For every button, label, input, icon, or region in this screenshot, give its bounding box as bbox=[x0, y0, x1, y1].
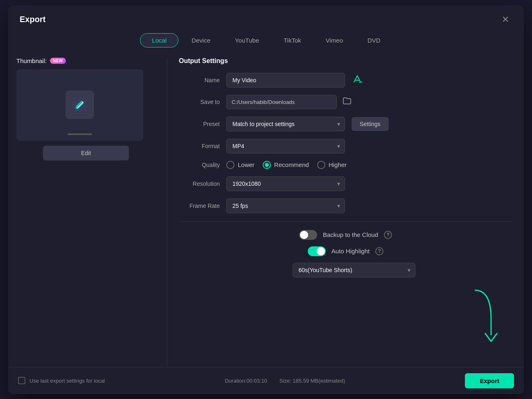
last-settings-label: Use last export settings for local bbox=[29, 378, 105, 384]
preset-label: Preset bbox=[179, 121, 220, 127]
youtube-shorts-select[interactable]: 60s(YouTube Shorts) 30s 15s bbox=[293, 263, 415, 277]
preset-row: Preset Match to project settings Custom … bbox=[179, 117, 512, 131]
save-to-label: Save to bbox=[179, 99, 220, 105]
svg-text:AI: AI bbox=[359, 80, 362, 84]
footer-center: Duration:00:03:10 Size: 185.59 MB(estima… bbox=[225, 378, 345, 384]
quality-higher-radio bbox=[317, 161, 325, 169]
auto-highlight-label: Auto Highlight bbox=[331, 248, 370, 255]
save-to-input[interactable] bbox=[226, 95, 337, 109]
close-button[interactable]: ✕ bbox=[498, 13, 512, 27]
tabs-bar: Local Device YouTube TikTok Vimeo DVD bbox=[8, 27, 524, 52]
tab-youtube[interactable]: YouTube bbox=[223, 33, 271, 47]
vertical-divider bbox=[167, 57, 167, 367]
quality-options: Lower Recommend Higher bbox=[226, 161, 347, 169]
backup-cloud-row: Backup to the Cloud ? bbox=[179, 230, 512, 240]
youtube-shorts-row: 60s(YouTube Shorts) 30s 15s bbox=[195, 263, 512, 277]
size-info: Size: 185.59 MB(estimated) bbox=[280, 378, 345, 384]
backup-cloud-knob bbox=[300, 231, 308, 239]
separator bbox=[179, 221, 512, 222]
quality-lower[interactable]: Lower bbox=[226, 161, 255, 169]
preset-select[interactable]: Match to project settings Custom bbox=[226, 117, 345, 131]
format-label: Format bbox=[179, 143, 220, 149]
path-row bbox=[226, 95, 353, 109]
resolution-select-wrap: 1920x1080 1280x720 3840x2160 bbox=[226, 176, 345, 191]
auto-highlight-row: Auto Highlight ? bbox=[179, 246, 512, 256]
export-dialog: Export ✕ Local Device YouTube TikTok Vim… bbox=[8, 5, 524, 394]
duration-info: Duration:00:03:10 bbox=[225, 378, 267, 384]
auto-highlight-knob bbox=[317, 247, 325, 255]
name-label: Name bbox=[179, 77, 220, 83]
ai-icon[interactable]: AI bbox=[352, 73, 363, 87]
tab-local[interactable]: Local bbox=[140, 33, 178, 47]
thumbnail-box bbox=[16, 69, 143, 141]
dialog-title: Export bbox=[20, 15, 45, 24]
folder-button[interactable] bbox=[341, 95, 353, 109]
output-settings-title: Output Settings bbox=[179, 57, 512, 65]
name-input[interactable] bbox=[226, 73, 345, 88]
name-row: Name AI bbox=[179, 73, 512, 88]
frame-rate-label: Frame Rate bbox=[179, 203, 220, 209]
thumbnail-label: Thumbnail: NEW bbox=[16, 57, 156, 64]
thumbnail-progress-bar bbox=[68, 133, 92, 135]
auto-highlight-toggle[interactable] bbox=[308, 246, 326, 256]
dialog-footer: Use last export settings for local Durat… bbox=[8, 367, 524, 394]
last-settings-checkbox[interactable] bbox=[18, 377, 25, 384]
preset-select-wrap: Match to project settings Custom bbox=[226, 117, 345, 131]
quality-lower-radio bbox=[226, 161, 234, 169]
right-panel: Output Settings Name AI Save to bbox=[179, 57, 516, 367]
quality-higher[interactable]: Higher bbox=[317, 161, 347, 169]
pencil-icon bbox=[72, 97, 87, 112]
backup-cloud-label: Backup to the Cloud bbox=[323, 231, 378, 238]
youtube-shorts-select-wrap: 60s(YouTube Shorts) 30s 15s bbox=[293, 263, 415, 277]
quality-label: Quality bbox=[179, 162, 220, 168]
quality-lower-label: Lower bbox=[238, 161, 255, 168]
tab-dvd[interactable]: DVD bbox=[356, 33, 392, 47]
backup-cloud-toggle[interactable] bbox=[299, 230, 317, 240]
left-panel: Thumbnail: NEW Edit bbox=[16, 57, 156, 367]
edit-button[interactable]: Edit bbox=[43, 146, 129, 160]
dialog-header: Export ✕ bbox=[8, 5, 524, 27]
tab-tiktok[interactable]: TikTok bbox=[272, 33, 313, 47]
auto-highlight-help-icon[interactable]: ? bbox=[375, 247, 383, 255]
frame-rate-select-wrap: 25 fps 30 fps 60 fps bbox=[226, 198, 345, 213]
frame-rate-row: Frame Rate 25 fps 30 fps 60 fps bbox=[179, 198, 512, 213]
resolution-label: Resolution bbox=[179, 180, 220, 187]
resolution-row: Resolution 1920x1080 1280x720 3840x2160 bbox=[179, 176, 512, 191]
export-button[interactable]: Export bbox=[465, 373, 514, 388]
quality-higher-label: Higher bbox=[329, 161, 347, 168]
save-to-row: Save to bbox=[179, 95, 512, 109]
quality-recommend-radio bbox=[263, 161, 271, 169]
quality-recommend-label: Recommend bbox=[274, 161, 309, 168]
format-select-wrap: MP4 MOV AVI bbox=[226, 139, 345, 153]
resolution-select[interactable]: 1920x1080 1280x720 3840x2160 bbox=[226, 176, 345, 191]
dialog-body: Thumbnail: NEW Edit Output Settings bbox=[8, 52, 524, 367]
quality-recommend[interactable]: Recommend bbox=[263, 161, 309, 169]
format-select[interactable]: MP4 MOV AVI bbox=[226, 139, 345, 153]
quality-row: Quality Lower Recommend Higher bbox=[179, 161, 512, 169]
new-badge: NEW bbox=[50, 58, 66, 64]
settings-button[interactable]: Settings bbox=[352, 117, 389, 131]
footer-left: Use last export settings for local bbox=[18, 377, 105, 384]
thumbnail-text: Thumbnail: bbox=[16, 57, 47, 64]
tab-vimeo[interactable]: Vimeo bbox=[314, 33, 354, 47]
tab-device[interactable]: Device bbox=[180, 33, 222, 47]
frame-rate-select[interactable]: 25 fps 30 fps 60 fps bbox=[226, 198, 345, 213]
backup-help-icon[interactable]: ? bbox=[384, 231, 392, 239]
thumbnail-icon bbox=[65, 90, 94, 119]
format-row: Format MP4 MOV AVI bbox=[179, 139, 512, 153]
